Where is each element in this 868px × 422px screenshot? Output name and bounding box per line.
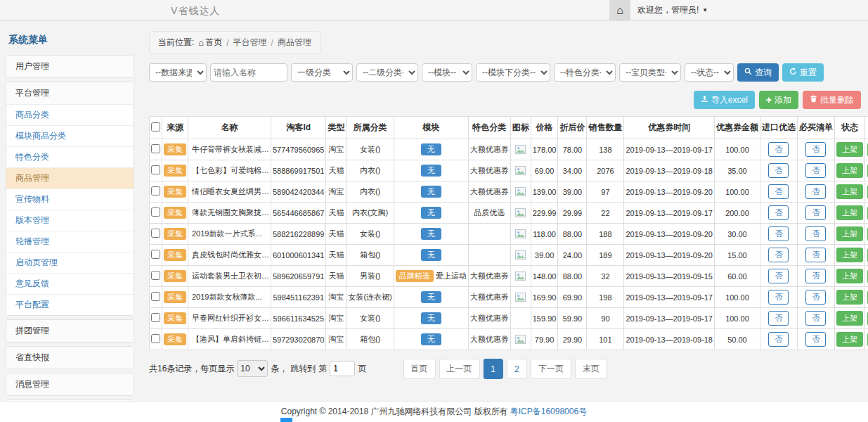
search-button[interactable]: 查询 bbox=[737, 63, 779, 82]
product-type: 天猫 bbox=[326, 224, 346, 245]
sales-count: 189 bbox=[587, 245, 624, 266]
must-buy-toggle[interactable]: 否 bbox=[805, 226, 826, 241]
import-select-toggle[interactable]: 否 bbox=[768, 184, 789, 199]
sidebar-item[interactable]: 启动页管理 bbox=[6, 252, 134, 273]
row-checkbox[interactable] bbox=[151, 207, 160, 217]
batch-delete-button[interactable]: 批量删除 bbox=[803, 91, 861, 109]
sidebar-group-header[interactable]: 消息管理 bbox=[6, 373, 134, 395]
sidebar-item[interactable]: 版本管理 bbox=[6, 210, 134, 231]
filter-item-type-select[interactable]: --宝贝类型-- bbox=[619, 63, 681, 82]
pager-buttons: 首页上一页12下一页末页 bbox=[403, 359, 607, 379]
sidebar-group-header[interactable]: 拼团管理 bbox=[6, 320, 134, 342]
sidebar-item[interactable]: 模块商品分类 bbox=[6, 125, 134, 146]
status-button[interactable]: 上架 bbox=[836, 290, 863, 305]
must-buy-toggle[interactable]: 否 bbox=[805, 142, 826, 157]
import-select-toggle[interactable]: 否 bbox=[768, 269, 789, 283]
import-select-toggle[interactable]: 否 bbox=[768, 142, 789, 157]
must-buy-toggle[interactable]: 否 bbox=[805, 184, 826, 199]
sidebar-item[interactable]: 意见反馈 bbox=[6, 273, 134, 294]
page-button[interactable]: 上一页 bbox=[439, 359, 479, 379]
module-badge[interactable]: 无 bbox=[421, 249, 441, 261]
reset-button[interactable]: 重置 bbox=[782, 63, 824, 82]
status-button[interactable]: 上架 bbox=[836, 269, 863, 283]
select-all-checkbox[interactable] bbox=[151, 122, 160, 132]
must-buy-toggle[interactable]: 否 bbox=[805, 311, 826, 326]
row-checkbox[interactable] bbox=[151, 271, 160, 280]
breadcrumb-item-platform[interactable]: 平台管理 bbox=[233, 37, 267, 49]
sidebar-item[interactable]: 特色分类 bbox=[6, 146, 134, 167]
filter-category2-select[interactable]: --二级分类-- bbox=[356, 63, 418, 82]
row-checkbox[interactable] bbox=[151, 292, 160, 301]
user-menu[interactable]: 欢迎您，管理员! ▼ bbox=[637, 0, 708, 20]
import-select-toggle[interactable]: 否 bbox=[768, 226, 789, 241]
module-badge[interactable]: 品牌精选 bbox=[396, 270, 434, 282]
must-buy-toggle[interactable]: 否 bbox=[805, 269, 826, 283]
status-button[interactable]: 上架 bbox=[836, 142, 863, 157]
sidebar-group-header[interactable]: 用户管理 bbox=[6, 56, 134, 77]
sidebar-item[interactable]: 商品分类 bbox=[6, 104, 134, 125]
module-badge[interactable]: 无 bbox=[421, 333, 441, 345]
module-badge[interactable]: 无 bbox=[421, 228, 441, 240]
row-checkbox[interactable] bbox=[151, 250, 160, 259]
coupon-amount: 100.00 bbox=[714, 139, 760, 160]
filter-status-select[interactable]: --状态-- bbox=[685, 63, 734, 82]
row-checkbox[interactable] bbox=[151, 229, 160, 238]
name-search-input[interactable] bbox=[210, 63, 287, 82]
import-select-toggle[interactable]: 否 bbox=[768, 205, 789, 220]
page-number-input[interactable] bbox=[330, 361, 355, 376]
filter-special-select[interactable]: --特色分类-- bbox=[554, 63, 616, 82]
module-badge[interactable]: 无 bbox=[421, 165, 441, 177]
must-buy-toggle[interactable]: 否 bbox=[805, 163, 826, 178]
module-badge[interactable]: 无 bbox=[421, 291, 441, 303]
filter-source-select[interactable]: --数据来源-- bbox=[149, 63, 207, 82]
row-checkbox[interactable] bbox=[151, 334, 160, 343]
sidebar-group-header[interactable]: 省直快报 bbox=[6, 347, 134, 369]
status-button[interactable]: 上架 bbox=[836, 226, 863, 241]
must-buy-toggle[interactable]: 否 bbox=[805, 290, 826, 305]
status-button[interactable]: 上架 bbox=[836, 248, 863, 262]
page-size-select[interactable]: 10 bbox=[237, 360, 268, 377]
filter-module-select[interactable]: --模块-- bbox=[422, 63, 472, 82]
coupon-time: 2019-09-13—2019-09-18 bbox=[624, 160, 715, 181]
sidebar-item[interactable]: 宣传物料 bbox=[6, 188, 134, 210]
page-button[interactable]: 末页 bbox=[575, 359, 607, 379]
sidebar-item[interactable]: 轮播管理 bbox=[6, 231, 134, 252]
module-badge[interactable]: 无 bbox=[421, 312, 441, 324]
row-checkbox[interactable] bbox=[151, 186, 160, 196]
must-buy-toggle[interactable]: 否 bbox=[805, 332, 826, 347]
icp-link[interactable]: 粤ICP备16098006号 bbox=[510, 406, 587, 418]
status-button[interactable]: 上架 bbox=[836, 184, 863, 199]
page-button[interactable]: 首页 bbox=[403, 359, 435, 379]
product-category: 内衣() bbox=[346, 160, 394, 181]
home-button[interactable]: ⌂ bbox=[609, 0, 630, 20]
import-select-toggle[interactable]: 否 bbox=[768, 248, 789, 262]
row-checkbox[interactable] bbox=[151, 144, 160, 153]
module-badge[interactable]: 无 bbox=[421, 186, 441, 198]
import-select-toggle[interactable]: 否 bbox=[768, 290, 789, 305]
add-button[interactable]: + 添加 bbox=[759, 91, 798, 109]
page-button[interactable]: 下一页 bbox=[531, 359, 571, 379]
import-select-toggle[interactable]: 否 bbox=[768, 163, 789, 178]
filter-module-sub-select[interactable]: --模块下分类-- bbox=[476, 63, 550, 82]
sidebar-item[interactable]: 平台配置 bbox=[6, 294, 134, 315]
module-badge[interactable]: 无 bbox=[421, 143, 441, 155]
page-button[interactable]: 2 bbox=[507, 359, 527, 379]
sidebar-item[interactable]: 商品管理 bbox=[6, 167, 134, 188]
row-checkbox[interactable] bbox=[151, 165, 160, 174]
status-button[interactable]: 上架 bbox=[836, 205, 863, 220]
sidebar-group-header[interactable]: 平台管理 bbox=[6, 82, 134, 104]
import-excel-button[interactable]: 导入excel bbox=[694, 91, 755, 109]
import-select-toggle[interactable]: 否 bbox=[768, 311, 789, 326]
filter-category1-select[interactable]: 一级分类 bbox=[291, 63, 353, 82]
page-button-active[interactable]: 1 bbox=[483, 359, 503, 379]
breadcrumb-home-link[interactable]: ⌂ 首页 bbox=[198, 37, 222, 49]
must-buy-toggle[interactable]: 否 bbox=[805, 205, 826, 220]
row-checkbox[interactable] bbox=[151, 313, 160, 322]
module-badge[interactable]: 无 bbox=[421, 207, 441, 219]
must-buy-toggle[interactable]: 否 bbox=[805, 248, 826, 262]
coupon-amount: 35.00 bbox=[714, 160, 760, 181]
status-button[interactable]: 上架 bbox=[836, 163, 863, 178]
import-select-toggle[interactable]: 否 bbox=[768, 332, 789, 347]
status-button[interactable]: 上架 bbox=[836, 332, 863, 347]
status-button[interactable]: 上架 bbox=[836, 311, 863, 326]
